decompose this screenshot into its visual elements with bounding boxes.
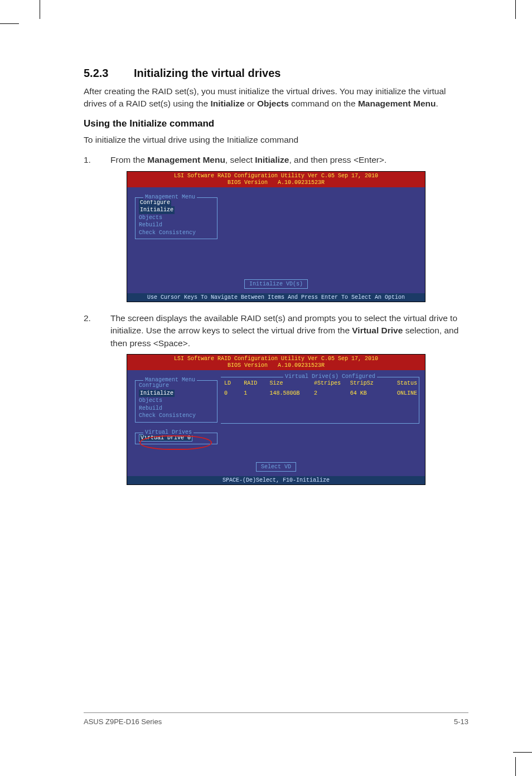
step-text: From the Management Menu, select Initial… [110,154,468,166]
col-stripsz: StripSz [350,380,386,386]
text: or [245,99,257,108]
menu-item-initialize[interactable]: Initialize [139,390,214,397]
step-text: The screen displays the available RAID s… [110,312,468,350]
menu-item-rebuild[interactable]: Rebuild [139,221,214,229]
bios-footer: Use Cursor Keys To Navigate Between Item… [127,293,425,302]
bold-text: Initialize [255,155,289,164]
crop-mark [40,0,40,19]
cell-stripes: 2 [314,390,350,396]
management-menu: Management Menu Configure Initialize Obj… [135,380,217,423]
col-status: Status [386,380,418,386]
step-number: 2. [84,312,110,350]
menu-item-check-consistency[interactable]: Check Consistency [139,229,214,237]
step-number: 1. [84,154,110,166]
menu-title: Management Menu [143,194,197,200]
step-1: 1. From the Management Menu, select Init… [84,154,468,166]
text: . [436,99,438,108]
prompt-select-vd: Select VD [256,462,296,472]
section-number: 5.2.3 [84,67,134,80]
bios-screenshot-1: LSI Software RAID Configuration Utility … [127,171,425,302]
subheading: Using the Initialize command [84,118,468,129]
menu-item-configure[interactable]: Configure [139,199,214,207]
menu-title: Management Menu [143,377,197,383]
vd-sub-title: Virtual Drives [143,429,194,435]
col-raid: RAID [244,380,269,386]
vd-table-header: LD RAID Size #Stripes StripSz Status [224,380,417,386]
text: , select [225,155,255,164]
footer-left: ASUS Z9PE-D16 Series [84,717,162,726]
bold-text: Objects [257,99,289,108]
crop-mark [515,0,516,19]
text: From the [110,155,147,164]
bold-text: Management Menu [358,99,436,108]
step-2: 2. The screen displays the available RAI… [84,312,468,350]
intro-paragraph: After creating the RAID set(s), you must… [84,85,468,110]
menu-item-objects[interactable]: Objects [139,214,214,222]
cell-size: 148.580GB [269,390,314,396]
bold-text: Virtual Drive [352,326,403,335]
footer-right: 5-13 [454,717,468,726]
col-size: Size [269,380,314,386]
section-heading: 5.2.3Initializing the virtual drives [84,67,468,80]
bios-screenshot-2: LSI Software RAID Configuration Utility … [127,354,425,485]
prompt-initialize-vd: Initialize VD(s) [244,279,308,289]
bold-text: Management Menu [147,155,225,164]
section-title: Initializing the virtual drives [134,67,280,79]
vd-table-row: 0 1 148.580GB 2 64 KB ONLINE [224,390,417,396]
menu-item-objects[interactable]: Objects [139,397,214,405]
col-stripes: #Stripes [314,380,350,386]
col-ld: LD [224,380,244,386]
management-menu: Management Menu Configure Initialize Obj… [135,197,217,240]
crop-mark [513,752,532,753]
bold-text: Initialize [210,99,244,108]
cell-ld: 0 [224,390,244,396]
cell-stripsz: 64 KB [350,390,386,396]
menu-item-initialize[interactable]: Initialize [139,206,214,214]
text: , and then press <Enter>. [289,155,386,164]
bios-header: LSI Software RAID Configuration Utility … [127,355,425,370]
menu-item-rebuild[interactable]: Rebuild [139,405,214,413]
crop-mark [515,757,516,776]
text: command on the [289,99,358,108]
bios-footer: SPACE-(De)Select, F10-Initialize [127,476,425,484]
menu-item-check-consistency[interactable]: Check Consistency [139,412,214,420]
virtual-drives-box: Virtual Drives Virtual Drive 0 [135,433,217,444]
page-footer: ASUS Z9PE-D16 Series 5-13 [84,712,468,726]
menu-item-configure[interactable]: Configure [139,382,214,390]
lead-text: To initialize the virtual drive using th… [84,134,468,146]
cell-raid: 1 [244,390,269,396]
cell-status: ONLINE [386,390,418,396]
bios-header: LSI Software RAID Configuration Utility … [127,172,425,187]
crop-mark [0,23,19,24]
vd-box-title: Virtual Drive(s) Configured [283,374,377,380]
